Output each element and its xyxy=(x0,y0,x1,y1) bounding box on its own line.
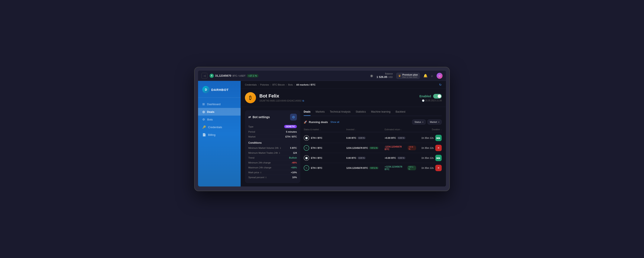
sidebar-item-bots[interactable]: ⚙ Bots xyxy=(198,116,241,123)
deal-return-3: +0.00 BTC 0.00 % xyxy=(384,157,416,159)
ticker-exchange-icon: X xyxy=(210,74,214,78)
sidebar-item-billing[interactable]: 📄 Billing xyxy=(198,131,241,138)
sidebar-item-dashboard-label: Dashboard xyxy=(207,102,221,106)
bot-header: ₿ Bot Felix 191AF740-4A85-11E9-8049-0242… xyxy=(241,89,446,107)
panel-title-text: Bot settings xyxy=(252,116,270,119)
breadcrumb-btc-bitcoin[interactable]: BTC Bitcoin xyxy=(272,84,285,86)
setting-label-max-change: Maximum 24h change xyxy=(248,166,271,169)
sidebar-item-credentials[interactable]: 🔑 Credentials xyxy=(198,123,241,131)
setting-row-mark-price: Mark price ℹ +10% xyxy=(248,170,297,175)
th-return-sort-icon[interactable]: ↓ xyxy=(401,128,402,131)
laptop-frame: ◁ X 31,12345670 BTC / USDT +27.1 % ◉ Bal… xyxy=(194,67,450,191)
search-icon[interactable]: ⌕ xyxy=(431,74,433,78)
show-all-link[interactable]: Show all xyxy=(330,121,340,123)
sidebar-item-billing-label: Billing xyxy=(208,133,216,136)
top-bar-left: ◁ X 31,12345670 BTC / USDT +27.1 % xyxy=(202,73,368,79)
deal-invested-pct-2: +27.1 % xyxy=(369,147,378,149)
setting-label-min-change: Minimum 24h change xyxy=(248,161,271,164)
setting-value-min-trades: 124 xyxy=(293,152,297,154)
timestamp-value: 15.05.2023 21:38 xyxy=(425,100,442,102)
deal-invested-pct-1: 0.00 % xyxy=(358,137,366,139)
balance-currency: USD xyxy=(388,76,393,78)
premium-due: Due 12 Nov 2023 xyxy=(402,76,418,78)
refresh-icon[interactable]: ↻ xyxy=(439,83,442,86)
premium-info: Premium plan Due 12 Nov 2023 xyxy=(402,74,418,78)
deal-invested-amount-2: 1234.12345678 BTC xyxy=(346,147,368,149)
content-area: Credentials › Poloniex › BTC Bitcoin › B… xyxy=(241,81,446,186)
bell-icon[interactable]: 🔔 xyxy=(423,74,428,78)
breadcrumb-poloniex[interactable]: Poloniex xyxy=(260,84,269,86)
deal-return-pct-1: 0.00 % xyxy=(398,137,406,139)
eye-icon[interactable]: ◉ xyxy=(370,74,373,78)
status-filter[interactable]: Status ▾ xyxy=(412,120,426,124)
enable-toggle[interactable] xyxy=(433,94,442,98)
deal-invested-1: 0.00 BTC 0.00 % xyxy=(346,137,384,139)
deal-return-pct-3: 0.00 % xyxy=(398,157,406,159)
running-deals-header: 🚀 Running deals Show all Status ▾ xyxy=(304,120,442,124)
tab-machine-learning[interactable]: Machine learning xyxy=(371,110,390,116)
deal-return-amount-2: -1234.12345678 BTC xyxy=(384,146,406,150)
tab-backtest[interactable]: Backtest xyxy=(396,110,406,116)
laptop-chin xyxy=(198,186,446,191)
bots-icon: ⚙ xyxy=(202,118,205,121)
breadcrumb-bots[interactable]: Bots xyxy=(288,84,293,86)
setting-value-max-change: +68% xyxy=(291,166,297,169)
tab-technical-analysis[interactable]: Technical Analysis xyxy=(330,110,350,116)
deal-invested-3: 0.00 BTC 0.00 % xyxy=(346,157,384,159)
breadcrumb-sep-1: › xyxy=(258,84,259,86)
deal-duration-value-4: 1h 35m 12s xyxy=(422,167,434,169)
th-duration-sort-icon[interactable]: ↓ xyxy=(441,128,442,131)
th-status-market-label: Status & market xyxy=(304,128,319,131)
tab-markets[interactable]: Markets xyxy=(316,110,325,116)
deal-return-amount-3: +0.00 BTC xyxy=(384,157,396,159)
clock-icon: 🕐 xyxy=(422,100,424,102)
setting-label-period: Period xyxy=(248,130,255,133)
deal-market-3: ETH / BTC xyxy=(311,157,322,159)
deal-invested-amount-1: 0.00 BTC xyxy=(346,137,356,139)
deal-row: 🕐 ETH / BTC 0.00 BTC 0.00 % xyxy=(304,133,442,143)
setting-value-trend: Bullish xyxy=(289,156,297,159)
deal-return-2: -1234.12345678 BTC -17.3 % xyxy=(384,146,416,150)
deal-action-4[interactable]: ✕ xyxy=(435,165,442,171)
running-title-text: Running deals xyxy=(309,120,328,124)
dashboard-icon: ⊞ xyxy=(202,102,205,106)
sidebar-item-bots-label: Bots xyxy=(207,118,213,121)
sidebar-item-deals[interactable]: ◎ Deals xyxy=(198,108,241,116)
deal-action-3[interactable]: ▶▶ xyxy=(435,155,442,161)
deal-return-pct-4: +27.1 % xyxy=(408,166,416,170)
ticker-change-badge: +27.1 % xyxy=(247,74,258,78)
breadcrumb-sep-4: › xyxy=(294,84,295,86)
breadcrumb-sep-3: › xyxy=(286,84,287,86)
sidebar-item-deals-label: Deals xyxy=(207,110,214,114)
setting-row-market: Market ETH / BTC xyxy=(248,134,297,139)
setting-label-market: Market xyxy=(248,136,256,138)
deal-status-icon-3: 🕐 xyxy=(304,155,309,161)
setting-row-trend: Trend Bullish xyxy=(248,156,297,160)
back-button[interactable]: ◁ xyxy=(202,73,208,79)
settings-title-icon: ⇄ xyxy=(248,116,251,119)
th-status-sort-icon[interactable]: ↓ xyxy=(320,128,321,131)
setting-value-mark-price: +10% xyxy=(291,171,297,174)
deal-market-pair-4: ETH / BTC xyxy=(311,167,322,169)
tabs-row: Deals Markets Technical Analysis Statist… xyxy=(304,110,442,116)
avatar[interactable]: U xyxy=(436,73,442,79)
setting-label-trend: Trend xyxy=(248,156,254,159)
deal-action-2[interactable]: ✕ xyxy=(435,145,442,151)
breadcrumb-credentials[interactable]: Credentials xyxy=(245,84,257,86)
setting-label-spread: Spread percent ℹ xyxy=(248,176,266,178)
bot-name: Bot Felix xyxy=(260,93,416,99)
market-filter-label: Market xyxy=(430,121,437,123)
copy-icon[interactable]: ⧉ xyxy=(302,100,304,102)
table-header: Status & market ↓ Invested ↓ Estimated r… xyxy=(304,127,442,132)
settings-gear-button[interactable]: ⚙ xyxy=(290,114,297,120)
th-invested-sort-icon[interactable]: ↓ xyxy=(355,128,356,131)
sidebar-item-dashboard[interactable]: ⊞ Dashboard xyxy=(198,100,241,108)
tab-statistics[interactable]: Statistics xyxy=(356,110,366,116)
bot-status-container: Enabled 🕐 15.05.2023 21:38 xyxy=(420,94,442,102)
enabled-label: Enabled xyxy=(420,94,431,98)
market-filter[interactable]: Market ▾ xyxy=(428,120,442,124)
deals-table: Status & market ↓ Invested ↓ Estimated r… xyxy=(304,127,442,173)
tab-deals[interactable]: Deals xyxy=(304,110,310,116)
deal-action-1[interactable]: ▶▶ xyxy=(435,135,442,141)
th-status-market: Status & market ↓ xyxy=(304,128,346,131)
